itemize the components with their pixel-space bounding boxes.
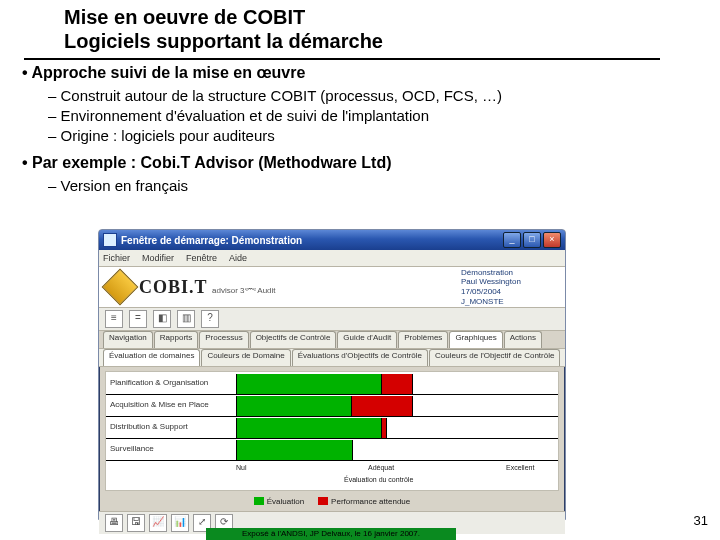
brand-left: COBI.T advisor 3ᵉᵐᵉ Audit [107, 274, 276, 300]
brand-name: COBI.T [139, 277, 208, 297]
toolbar-icon[interactable]: ▥ [177, 310, 195, 328]
brand-logo-icon [102, 269, 139, 306]
chart-row-label: Distribution & Support [110, 422, 230, 431]
slide: Mise en oeuvre de COBIT Logiciels suppor… [0, 0, 720, 540]
chart-bar-perf [351, 396, 413, 416]
brand-row: COBI.T advisor 3ᵉᵐᵉ Audit Démonstration … [99, 267, 565, 308]
tab-graphics[interactable]: Graphiques [449, 331, 502, 348]
chart-gridline [106, 438, 558, 439]
menu-help[interactable]: Aide [229, 253, 247, 263]
chart-bar-eval [236, 440, 353, 460]
meta-user: Paul Wessington [461, 277, 557, 287]
meta-demo: Démonstration [461, 268, 557, 278]
chart-legend: Évaluation Performance attendue [99, 493, 565, 509]
bullet-2-1: Version en français [48, 176, 682, 196]
toolbar-icon[interactable]: = [129, 310, 147, 328]
tab-objectives[interactable]: Objectifs de Contrôle [250, 331, 337, 348]
menu-bar: Fichier Modifier Fenêtre Aide [99, 250, 565, 267]
brand-name-wrap: COBI.T advisor 3ᵉᵐᵉ Audit [139, 277, 276, 298]
bullet-1-3: Origine : logiciels pour auditeurs [48, 126, 682, 146]
close-button[interactable]: × [543, 232, 561, 248]
bbar-icon[interactable]: 📈 [149, 514, 167, 532]
bullet-2-sub: Version en français [22, 176, 682, 196]
bbar-icon[interactable]: 🖫 [127, 514, 145, 532]
menu-file[interactable]: Fichier [103, 253, 130, 263]
window-titlebar[interactable]: Fenêtre de démarrage: Démonstration _ □ … [99, 230, 565, 250]
chart-bar-eval [236, 374, 383, 394]
window-buttons: _ □ × [503, 232, 561, 248]
toolbar-icon[interactable]: ≡ [105, 310, 123, 328]
app-window: Fenêtre de démarrage: Démonstration _ □ … [98, 229, 566, 520]
bullet-1-2: Environnement d'évaluation et de suivi d… [48, 106, 682, 126]
subtab-eval-domains[interactable]: Évaluation de domaines [103, 349, 200, 366]
tab-actions[interactable]: Actions [504, 331, 542, 348]
app-icon [103, 233, 117, 247]
chart-bar-eval [236, 396, 353, 416]
subtab-domain-colors[interactable]: Couleurs de Domaine [201, 349, 290, 366]
menu-window[interactable]: Fenêtre [186, 253, 217, 263]
bullet-1: Approche suivi de la mise en œuvre Const… [22, 62, 682, 146]
legend-swatch-icon [254, 497, 264, 505]
footer-credit: Exposé à l'ANDSI, JP Delvaux, le 16 janv… [206, 528, 456, 540]
bullet-list: Approche suivi de la mise en œuvre Const… [22, 62, 682, 202]
title-line-2: Logiciels supportant la démarche [64, 30, 656, 54]
toolbar: ≡ = ◧ ▥ ? [99, 308, 565, 331]
subtab-objective-colors[interactable]: Couleurs de l'Objectif de Contrôle [429, 349, 560, 366]
chart-bar-perf [381, 374, 413, 394]
bullet-2: Par exemple : Cobi.T Advisor (Methodware… [22, 152, 682, 196]
axis-label: Évaluation du contrôle [344, 476, 413, 483]
legend-item-eval: Évaluation [254, 497, 304, 506]
window-title: Fenêtre de démarrage: Démonstration [121, 235, 503, 246]
bullet-1-text: Approche suivi de la mise en œuvre [31, 64, 305, 81]
legend-label: Évaluation [267, 497, 304, 506]
chart-row-label: Surveillance [110, 444, 230, 453]
subtab-bar: Évaluation de domaines Couleurs de Domai… [99, 349, 565, 367]
bullet-1-sub: Construit autour de la structure COBIT (… [22, 86, 682, 147]
toolbar-icon[interactable]: ◧ [153, 310, 171, 328]
minimize-button[interactable]: _ [503, 232, 521, 248]
bullet-1-1: Construit autour de la structure COBIT (… [48, 86, 682, 106]
bbar-icon[interactable]: 📊 [171, 514, 189, 532]
chart-area: Planification & Organisation Acquisition… [105, 371, 559, 491]
title-line-1: Mise en oeuvre de COBIT [64, 6, 656, 30]
chart-gridline [106, 460, 558, 461]
maximize-button[interactable]: □ [523, 232, 541, 248]
bbar-icon[interactable]: 🖶 [105, 514, 123, 532]
axis-tick: Nul [236, 464, 247, 471]
slide-number: 31 [694, 513, 708, 528]
chart-bar-perf [381, 418, 387, 438]
tab-reports[interactable]: Rapports [154, 331, 198, 348]
menu-edit[interactable]: Modifier [142, 253, 174, 263]
brand-meta: Démonstration Paul Wessington 17/05/2004… [461, 268, 557, 306]
legend-label: Performance attendue [331, 497, 410, 506]
subtab-eval-objectives[interactable]: Évaluations d'Objectifs de Contrôle [292, 349, 428, 366]
tab-audit[interactable]: Guide d'Audit [337, 331, 397, 348]
legend-item-perf: Performance attendue [318, 497, 410, 506]
meta-date: 17/05/2004 [461, 287, 557, 297]
brand-sub: advisor 3ᵉᵐᵉ Audit [212, 286, 275, 295]
tab-problems[interactable]: Problèmes [398, 331, 448, 348]
chart-row-label: Planification & Organisation [110, 378, 230, 387]
toolbar-help-icon[interactable]: ? [201, 310, 219, 328]
chart-gridline [106, 416, 558, 417]
chart-gridline [106, 394, 558, 395]
chart-row-label: Acquisition & Mise en Place [110, 400, 230, 409]
tab-process[interactable]: Processus [199, 331, 248, 348]
title-underline [24, 58, 660, 60]
slide-title: Mise en oeuvre de COBIT Logiciels suppor… [64, 6, 656, 53]
legend-swatch-icon [318, 497, 328, 505]
meta-id: J_MONSTE [461, 297, 557, 307]
chart-bar-eval [236, 418, 383, 438]
axis-tick: Excellent [506, 464, 534, 471]
bullet-2-text: Par exemple : Cobi.T Advisor (Methodware… [32, 154, 391, 171]
tab-navigation[interactable]: Navigation [103, 331, 153, 348]
axis-tick: Adéquat [368, 464, 394, 471]
tab-bar: Navigation Rapports Processus Objectifs … [99, 331, 565, 349]
